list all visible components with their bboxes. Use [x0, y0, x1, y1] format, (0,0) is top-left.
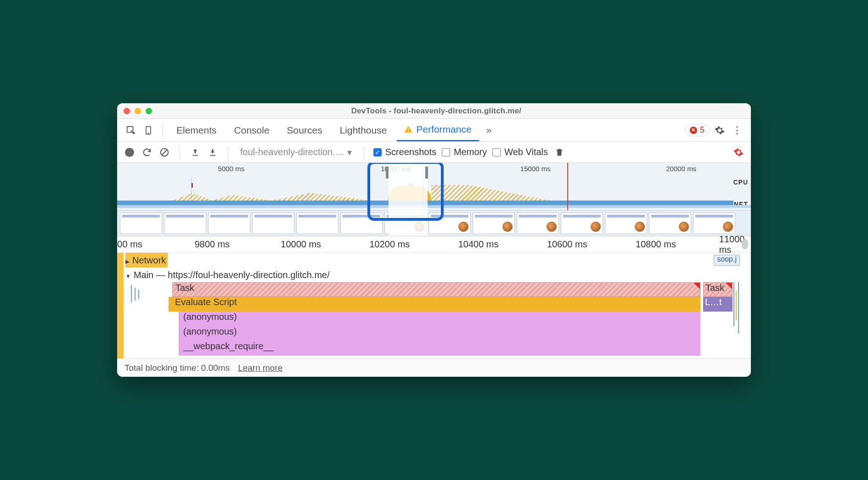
anon1-label: (anonymous) [179, 312, 237, 322]
window-title: DevTools - foul-heavenly-direction.glitc… [152, 106, 721, 116]
cpu-label: CPU [733, 179, 748, 186]
flame-row-eval[interactable]: Evaluate Script L…t [117, 297, 751, 312]
tab-performance[interactable]: Performance [397, 119, 479, 141]
flame-row-task[interactable]: Task Task [117, 282, 751, 297]
flame-row-anon1[interactable]: (anonymous) [117, 312, 751, 326]
wp-label: __webpack_require__ [179, 341, 274, 351]
network-label: Network [125, 255, 166, 266]
anon2-label: (anonymous) [179, 326, 237, 336]
ruler-tick: 9800 ms [195, 239, 230, 250]
tab-performance-label: Performance [416, 124, 471, 135]
close-icon[interactable] [124, 108, 130, 114]
main-track-header[interactable]: Main — https://foul-heavenly-direction.g… [117, 268, 751, 282]
reload-button[interactable] [141, 146, 153, 158]
thumb[interactable] [296, 212, 338, 234]
main-label: Main — https://foul-heavenly-direction.g… [125, 270, 330, 280]
kebab-menu-icon[interactable]: ⋮ [730, 123, 744, 138]
ov-tick: 20000 ms [666, 165, 696, 173]
flame-row-anon2[interactable]: (anonymous) [117, 326, 751, 341]
delete-icon[interactable] [553, 146, 565, 158]
scrollbar-thumb[interactable] [742, 239, 748, 249]
ruler-tick: 10600 ms [547, 239, 587, 250]
network-track-header[interactable]: Network soop.j [117, 253, 751, 268]
flame-row-webpack[interactable]: __webpack_require__ [117, 341, 751, 356]
profile-select[interactable]: foul-heavenly-direction.… ▾ [237, 147, 355, 158]
lt-bar-label: L…t [703, 297, 722, 307]
thumb[interactable] [517, 212, 559, 234]
svg-line-6 [162, 150, 167, 155]
tab-sources[interactable]: Sources [280, 119, 330, 141]
task2-bar-label: Task [704, 283, 724, 293]
inspect-icon[interactable] [124, 123, 138, 138]
tab-elements[interactable]: Elements [169, 119, 224, 141]
webvitals-checkbox[interactable]: Web Vitals [492, 147, 548, 157]
tab-console[interactable]: Console [227, 119, 277, 141]
overview-timeline[interactable]: 5000 ms 10000 ms 15000 ms 20000 ms CPU N… [117, 163, 751, 236]
performance-toolbar: foul-heavenly-direction.… ▾ ✓ Screenshot… [117, 142, 751, 163]
thumb[interactable] [561, 212, 603, 234]
checkbox-icon [442, 148, 450, 156]
ruler-tick: 00 ms [117, 239, 142, 250]
ruler-tick: 10400 ms [458, 239, 499, 250]
thumb[interactable] [252, 212, 294, 234]
clear-button[interactable] [158, 146, 170, 158]
ov-tick: 15000 ms [520, 165, 551, 173]
settings-icon[interactable] [712, 123, 727, 138]
download-icon[interactable] [207, 146, 219, 158]
titlebar: DevTools - foul-heavenly-direction.glitc… [117, 103, 751, 119]
task-bar-label: Task [173, 283, 194, 293]
summary-footer: Total blocking time: 0.00ms Learn more [117, 358, 751, 377]
eval-bar-label: Evaluate Script [172, 297, 237, 307]
more-tabs-icon[interactable]: » [482, 123, 496, 138]
upload-icon[interactable] [189, 146, 201, 158]
screenshots-checkbox[interactable]: ✓ Screenshots [373, 147, 436, 157]
blocking-time-label: Total blocking time: 0.00ms [124, 363, 230, 373]
device-toolbar-icon[interactable] [141, 123, 156, 138]
thumb[interactable] [120, 212, 162, 234]
window-controls [124, 108, 152, 114]
error-count-pill[interactable]: ✕ 5 [685, 124, 710, 136]
detail-ruler[interactable]: 00 ms 9800 ms 10000 ms 10200 ms 10400 ms… [117, 236, 751, 253]
flame-chart[interactable]: Network soop.j Main — https://foul-heave… [117, 253, 751, 358]
thumb[interactable] [649, 212, 691, 234]
minimize-icon[interactable] [135, 108, 141, 114]
annotation-box [367, 163, 444, 221]
thumb[interactable] [693, 212, 735, 234]
record-button[interactable] [124, 146, 135, 158]
tab-lighthouse[interactable]: Lighthouse [333, 119, 395, 141]
chevron-down-icon: ▾ [347, 147, 352, 158]
maximize-icon[interactable] [146, 108, 152, 114]
svg-rect-4 [408, 131, 409, 132]
separator [162, 123, 163, 137]
learn-more-link[interactable]: Learn more [238, 363, 282, 373]
memory-checkbox[interactable]: Memory [442, 147, 487, 157]
thumb[interactable] [473, 212, 515, 234]
error-count: 5 [700, 125, 705, 135]
capture-settings-icon[interactable] [733, 146, 744, 158]
devtools-window: DevTools - foul-heavenly-direction.glitc… [117, 103, 751, 377]
ov-tick: 5000 ms [218, 165, 245, 173]
ruler-tick: 10800 ms [636, 239, 676, 250]
ruler-tick: 11000 ms [719, 234, 745, 255]
svg-rect-3 [408, 128, 409, 131]
profile-select-label: foul-heavenly-direction.… [240, 147, 344, 157]
checkbox-icon [492, 148, 501, 156]
ruler-tick: 10000 ms [281, 239, 321, 250]
thumb[interactable] [605, 212, 647, 234]
thumb[interactable] [208, 212, 250, 234]
thumb[interactable] [164, 212, 206, 234]
network-chip[interactable]: soop.j [714, 255, 740, 266]
checkbox-checked-icon: ✓ [373, 148, 382, 156]
ruler-tick: 10200 ms [369, 239, 410, 250]
error-icon: ✕ [690, 127, 697, 134]
panel-tabs: Elements Console Sources Lighthouse Perf… [117, 119, 751, 142]
